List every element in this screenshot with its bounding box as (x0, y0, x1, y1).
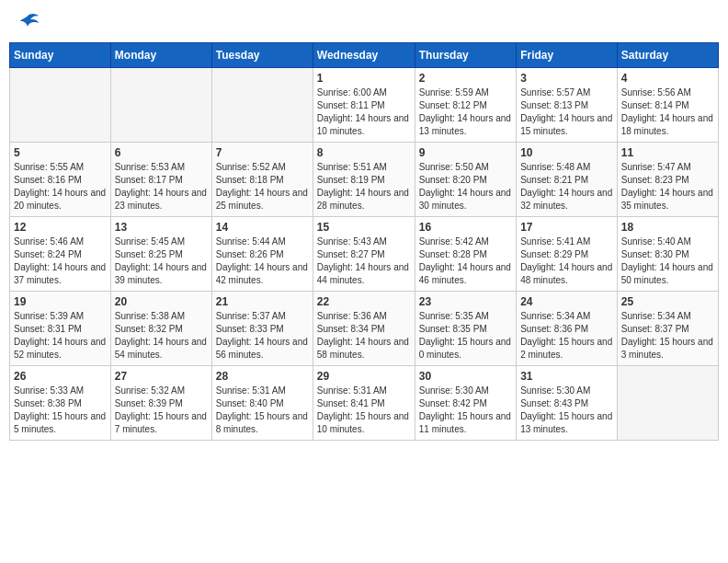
day-number: 4 (621, 72, 714, 85)
calendar-cell: 10Sunrise: 5:48 AM Sunset: 8:21 PM Dayli… (517, 143, 618, 217)
day-number: 22 (317, 295, 411, 308)
calendar-cell: 12Sunrise: 5:46 AM Sunset: 8:24 PM Dayli… (10, 217, 111, 292)
day-info: Sunrise: 5:31 AM Sunset: 8:41 PM Dayligh… (317, 385, 411, 436)
calendar-cell (110, 68, 211, 143)
calendar-cell: 13Sunrise: 5:45 AM Sunset: 8:25 PM Dayli… (110, 217, 211, 292)
day-number: 17 (520, 221, 613, 234)
calendar-cell: 16Sunrise: 5:42 AM Sunset: 8:28 PM Dayli… (415, 217, 516, 292)
day-info: Sunrise: 5:38 AM Sunset: 8:32 PM Dayligh… (115, 310, 208, 362)
day-info: Sunrise: 5:45 AM Sunset: 8:25 PM Dayligh… (115, 236, 208, 287)
day-number: 19 (14, 295, 107, 308)
day-info: Sunrise: 5:34 AM Sunset: 8:36 PM Dayligh… (520, 310, 613, 362)
day-number: 9 (419, 146, 512, 159)
day-info: Sunrise: 5:46 AM Sunset: 8:24 PM Dayligh… (14, 236, 107, 287)
day-number: 13 (115, 221, 208, 234)
calendar-cell (10, 68, 111, 143)
weekday-header-saturday: Saturday (617, 43, 718, 68)
calendar-cell: 8Sunrise: 5:51 AM Sunset: 8:19 PM Daylig… (313, 143, 415, 217)
day-info: Sunrise: 6:00 AM Sunset: 8:11 PM Dayligh… (317, 86, 411, 138)
weekday-header-tuesday: Tuesday (211, 43, 313, 68)
day-number: 29 (317, 370, 411, 383)
calendar-table: SundayMondayTuesdayWednesdayThursdayFrid… (9, 42, 719, 441)
calendar-cell: 3Sunrise: 5:57 AM Sunset: 8:13 PM Daylig… (517, 68, 618, 143)
day-number: 12 (14, 221, 107, 234)
day-number: 27 (115, 370, 208, 383)
calendar-cell: 1Sunrise: 6:00 AM Sunset: 8:11 PM Daylig… (313, 68, 415, 143)
day-number: 18 (621, 221, 714, 234)
weekday-header-friday: Friday (517, 43, 618, 68)
day-number: 24 (520, 295, 613, 308)
day-number: 7 (216, 146, 309, 159)
calendar-cell: 2Sunrise: 5:59 AM Sunset: 8:12 PM Daylig… (415, 68, 516, 143)
day-number: 6 (115, 146, 208, 159)
day-info: Sunrise: 5:36 AM Sunset: 8:34 PM Dayligh… (317, 310, 411, 362)
page-header (9, 9, 719, 35)
day-info: Sunrise: 5:40 AM Sunset: 8:30 PM Dayligh… (621, 236, 714, 287)
day-info: Sunrise: 5:35 AM Sunset: 8:35 PM Dayligh… (419, 310, 512, 362)
day-number: 1 (317, 72, 411, 85)
weekday-header-wednesday: Wednesday (313, 43, 415, 68)
calendar-cell: 23Sunrise: 5:35 AM Sunset: 8:35 PM Dayli… (415, 292, 516, 366)
day-number: 21 (216, 295, 309, 308)
day-info: Sunrise: 5:52 AM Sunset: 8:18 PM Dayligh… (216, 161, 309, 213)
calendar-cell: 26Sunrise: 5:33 AM Sunset: 8:38 PM Dayli… (10, 366, 111, 441)
calendar-cell: 20Sunrise: 5:38 AM Sunset: 8:32 PM Dayli… (110, 292, 211, 366)
calendar-cell: 29Sunrise: 5:31 AM Sunset: 8:41 PM Dayli… (313, 366, 415, 441)
day-number: 5 (14, 146, 107, 159)
day-number: 26 (14, 370, 107, 383)
day-number: 11 (621, 146, 714, 159)
weekday-header-thursday: Thursday (415, 43, 516, 68)
calendar-cell: 6Sunrise: 5:53 AM Sunset: 8:17 PM Daylig… (110, 143, 211, 217)
day-number: 20 (115, 295, 208, 308)
day-number: 28 (216, 370, 309, 383)
calendar-week-row: 26Sunrise: 5:33 AM Sunset: 8:38 PM Dayli… (10, 366, 719, 441)
calendar-cell (211, 68, 313, 143)
day-info: Sunrise: 5:55 AM Sunset: 8:16 PM Dayligh… (14, 161, 107, 213)
day-number: 16 (419, 221, 512, 234)
weekday-header-monday: Monday (110, 43, 211, 68)
day-info: Sunrise: 5:42 AM Sunset: 8:28 PM Dayligh… (419, 236, 512, 287)
day-number: 10 (520, 146, 613, 159)
calendar-week-row: 1Sunrise: 6:00 AM Sunset: 8:11 PM Daylig… (10, 68, 719, 143)
day-info: Sunrise: 5:56 AM Sunset: 8:14 PM Dayligh… (621, 86, 714, 138)
day-number: 15 (317, 221, 411, 234)
calendar-cell: 9Sunrise: 5:50 AM Sunset: 8:20 PM Daylig… (415, 143, 516, 217)
day-number: 2 (419, 72, 512, 85)
day-info: Sunrise: 5:53 AM Sunset: 8:17 PM Dayligh… (115, 161, 208, 213)
calendar-cell: 19Sunrise: 5:39 AM Sunset: 8:31 PM Dayli… (10, 292, 111, 366)
calendar-cell: 4Sunrise: 5:56 AM Sunset: 8:14 PM Daylig… (617, 68, 718, 143)
day-number: 3 (520, 72, 613, 85)
calendar-cell: 11Sunrise: 5:47 AM Sunset: 8:23 PM Dayli… (617, 143, 718, 217)
day-info: Sunrise: 5:50 AM Sunset: 8:20 PM Dayligh… (419, 161, 512, 213)
calendar-cell: 7Sunrise: 5:52 AM Sunset: 8:18 PM Daylig… (211, 143, 313, 217)
logo-bird-icon (15, 9, 40, 35)
day-info: Sunrise: 5:34 AM Sunset: 8:37 PM Dayligh… (621, 310, 714, 362)
day-info: Sunrise: 5:31 AM Sunset: 8:40 PM Dayligh… (216, 385, 309, 436)
day-info: Sunrise: 5:47 AM Sunset: 8:23 PM Dayligh… (621, 161, 714, 213)
day-number: 23 (419, 295, 512, 308)
calendar-cell: 28Sunrise: 5:31 AM Sunset: 8:40 PM Dayli… (211, 366, 313, 441)
day-info: Sunrise: 5:30 AM Sunset: 8:43 PM Dayligh… (520, 385, 613, 436)
day-info: Sunrise: 5:39 AM Sunset: 8:31 PM Dayligh… (14, 310, 107, 362)
day-info: Sunrise: 5:30 AM Sunset: 8:42 PM Dayligh… (419, 385, 512, 436)
calendar-cell: 21Sunrise: 5:37 AM Sunset: 8:33 PM Dayli… (211, 292, 313, 366)
calendar-week-row: 12Sunrise: 5:46 AM Sunset: 8:24 PM Dayli… (10, 217, 719, 292)
day-info: Sunrise: 5:41 AM Sunset: 8:29 PM Dayligh… (520, 236, 613, 287)
calendar-week-row: 19Sunrise: 5:39 AM Sunset: 8:31 PM Dayli… (10, 292, 719, 366)
calendar-cell: 30Sunrise: 5:30 AM Sunset: 8:42 PM Dayli… (415, 366, 516, 441)
calendar-cell: 17Sunrise: 5:41 AM Sunset: 8:29 PM Dayli… (517, 217, 618, 292)
day-info: Sunrise: 5:51 AM Sunset: 8:19 PM Dayligh… (317, 161, 411, 213)
weekday-header-row: SundayMondayTuesdayWednesdayThursdayFrid… (10, 43, 719, 68)
day-info: Sunrise: 5:32 AM Sunset: 8:39 PM Dayligh… (115, 385, 208, 436)
day-info: Sunrise: 5:57 AM Sunset: 8:13 PM Dayligh… (520, 86, 613, 138)
calendar-cell: 31Sunrise: 5:30 AM Sunset: 8:43 PM Dayli… (517, 366, 618, 441)
day-info: Sunrise: 5:43 AM Sunset: 8:27 PM Dayligh… (317, 236, 411, 287)
calendar-cell: 27Sunrise: 5:32 AM Sunset: 8:39 PM Dayli… (110, 366, 211, 441)
day-number: 8 (317, 146, 411, 159)
day-number: 14 (216, 221, 309, 234)
calendar-cell: 15Sunrise: 5:43 AM Sunset: 8:27 PM Dayli… (313, 217, 415, 292)
day-info: Sunrise: 5:48 AM Sunset: 8:21 PM Dayligh… (520, 161, 613, 213)
day-info: Sunrise: 5:59 AM Sunset: 8:12 PM Dayligh… (419, 86, 512, 138)
calendar-cell: 5Sunrise: 5:55 AM Sunset: 8:16 PM Daylig… (10, 143, 111, 217)
calendar-cell: 14Sunrise: 5:44 AM Sunset: 8:26 PM Dayli… (211, 217, 313, 292)
